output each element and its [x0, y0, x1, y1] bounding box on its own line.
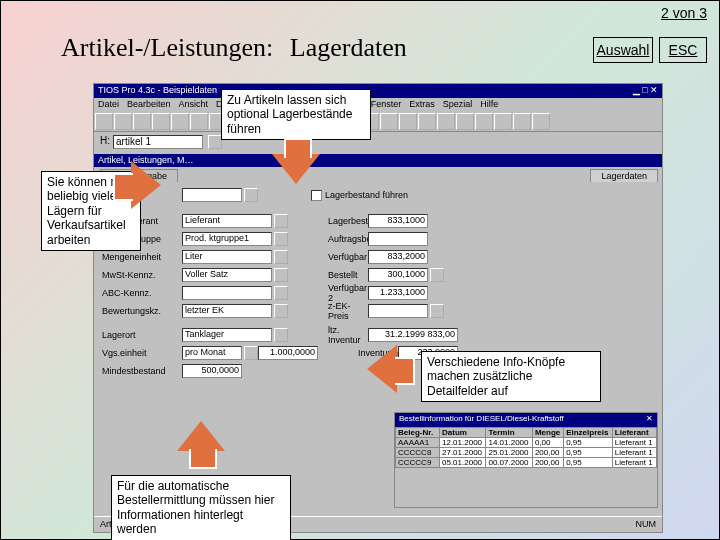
title-main: Artikel-/Leistungen: [61, 33, 273, 62]
cell: 12.01.2000 [440, 438, 486, 448]
field-label: Bestellt [288, 270, 368, 280]
table-row[interactable]: CCCCC8 27.01.2000 25.01.2000 200,00 0,95… [396, 448, 657, 458]
field-label: ltz. Inventur [288, 325, 368, 345]
auswahl-button[interactable]: Auswahl [593, 37, 653, 63]
menu-item[interactable]: Spezial [443, 99, 473, 111]
menubar[interactable]: Datei Bearbeiten Ansicht Datensatz Auswe… [94, 98, 662, 112]
callout-text: Verschiedene Info-Knöpfe machen zusätzli… [421, 351, 601, 402]
produktgruppe-field[interactable]: Prod. ktgruppe1 [182, 232, 272, 246]
field-label: Mengeneinheit [102, 252, 182, 262]
dropdown-icon[interactable] [274, 304, 288, 318]
bestellt-value: 300,1000 [368, 268, 428, 282]
bewertung-field[interactable]: letzter EK [182, 304, 272, 318]
cell: 05.01.2000 [440, 458, 486, 468]
mwst-field[interactable]: Voller Satz [182, 268, 272, 282]
cell: 00.07.2000 [486, 458, 532, 468]
callout-1: Sie können mit beliebig vielen Lägern fü… [41, 81, 141, 251]
cell: 0,95 [564, 438, 613, 448]
toolbar-button[interactable] [532, 113, 550, 130]
vgseinheit-field[interactable]: pro Monat [182, 346, 242, 360]
bestell-table: Beleg-Nr. Datum Termin Menge Einzelpreis… [395, 427, 657, 468]
cell: 27.01.2000 [440, 448, 486, 458]
table-header: Termin [486, 428, 532, 438]
table-header: Menge [532, 428, 563, 438]
dropdown-icon[interactable] [274, 214, 288, 228]
zekpreis-value [368, 304, 428, 318]
toolbar-button[interactable] [494, 113, 512, 130]
toolbar-button[interactable] [437, 113, 455, 130]
table-row[interactable]: AAAAA1 12.01.2000 14.01.2000 0,00 0,95 L… [396, 438, 657, 448]
toolbar-button[interactable] [513, 113, 531, 130]
callout-4: Für die automatische Bestellermittlung m… [111, 421, 291, 540]
info-icon[interactable] [430, 268, 444, 282]
toolbar-button[interactable] [190, 113, 208, 130]
table-header: Einzelpreis [564, 428, 613, 438]
mindestbestand-field[interactable]: 500,0000 [182, 364, 242, 378]
field-label: Auftragsbestand [288, 234, 368, 244]
dropdown-icon[interactable] [274, 268, 288, 282]
arrow-up-icon [177, 421, 225, 451]
cell: 200,00 [532, 448, 563, 458]
lagerbestand-value: 833,1000 [368, 214, 428, 228]
window-controls[interactable]: ▁ □ ✕ [633, 85, 658, 97]
cell: 0,00 [532, 438, 563, 448]
menu-item[interactable]: Fenster [371, 99, 402, 111]
vgseinheit-num[interactable]: 1.000,0000 [258, 346, 318, 360]
callout-text: Zu Artikeln lassen sich optional Lagerbe… [221, 89, 371, 140]
cell: CCCCC8 [396, 448, 440, 458]
field-label: ABC-Kennz. [102, 288, 182, 298]
cell: Lieferant 1 [612, 448, 656, 458]
abc-field[interactable] [182, 286, 272, 300]
close-icon[interactable]: ✕ [646, 414, 653, 426]
subwin-title: Bestellinformation für DIESEL/Diesel-Kra… [399, 414, 564, 426]
brand-label: Arkade Software [0, 343, 5, 479]
dropdown-icon[interactable] [274, 328, 288, 342]
callout-3: Verschiedene Info-Knöpfe machen zusätzli… [421, 351, 601, 402]
field-label: Lagerbestand [288, 216, 368, 226]
status-num: NUM [636, 519, 657, 530]
menu-item[interactable]: Ansicht [179, 99, 209, 111]
menu-item[interactable]: Hilfe [480, 99, 498, 111]
info-icon[interactable] [430, 304, 444, 318]
table-header: Lieferant [612, 428, 656, 438]
toolbar-button[interactable] [456, 113, 474, 130]
cell: Lieferant 1 [612, 438, 656, 448]
table-row[interactable]: CCCCC9 05.01.2000 00.07.2000 200,00 0,95… [396, 458, 657, 468]
toolbar-button[interactable] [418, 113, 436, 130]
arrow-right-icon [131, 161, 161, 209]
cell: 200,00 [532, 458, 563, 468]
verfuegbar-value: 833,2000 [368, 250, 428, 264]
page-title: Artikel-/Leistungen: Lagerdaten [61, 33, 407, 63]
field-label: z-EK-Preis [288, 301, 368, 321]
cell: 0,95 [564, 448, 613, 458]
cell: 0,95 [564, 458, 613, 468]
page-indicator[interactable]: 2 von 3 [661, 5, 707, 21]
toolbar-button[interactable] [399, 113, 417, 130]
table-header: Beleg-Nr. [396, 428, 440, 438]
callout-2: Zu Artikeln lassen sich optional Lagerbe… [221, 89, 371, 194]
title-sub: Lagerdaten [280, 33, 407, 62]
toolbar [94, 112, 662, 132]
dropdown-icon[interactable] [274, 232, 288, 246]
hauptlieferant-field[interactable]: Lieferant [182, 214, 272, 228]
dropdown-icon[interactable] [208, 135, 222, 149]
field-label: Lagerort [102, 330, 182, 340]
esc-button[interactable]: ESC [659, 37, 707, 63]
toolbar-button[interactable] [380, 113, 398, 130]
sub-window: Bestellinformation für DIESEL/Diesel-Kra… [394, 412, 658, 508]
toolbar-button[interactable] [171, 113, 189, 130]
tab-lagerdaten[interactable]: Lagerdaten [590, 169, 658, 182]
toolbar-button[interactable] [475, 113, 493, 130]
subwin-titlebar: Bestellinformation für DIESEL/Diesel-Kra… [395, 413, 657, 427]
field-label: Mindestbestand [102, 366, 182, 376]
dropdown-icon[interactable] [244, 346, 258, 360]
mengeneinheit-field[interactable]: Liter [182, 250, 272, 264]
dropdown-icon[interactable] [274, 250, 288, 264]
field-label: Bewertungskz. [102, 306, 182, 316]
menu-item[interactable]: Extras [409, 99, 435, 111]
field-label: MwSt-Kennz. [102, 270, 182, 280]
tab-row: Dateneingabe Lagerdaten [94, 167, 662, 182]
toolbar-button[interactable] [152, 113, 170, 130]
lagerort-field[interactable]: Tanklager [182, 328, 272, 342]
dropdown-icon[interactable] [274, 286, 288, 300]
